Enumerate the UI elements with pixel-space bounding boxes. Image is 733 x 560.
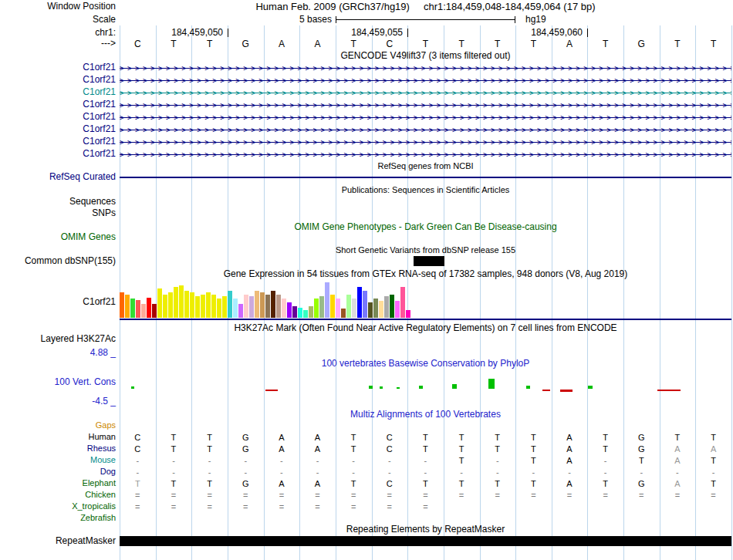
repeatmasker-element-bar[interactable] [120,536,731,546]
gtex-expression-bar[interactable] [174,287,178,318]
gencode-gene-label[interactable]: C1orf21 [0,62,116,73]
multiz-base: = [552,490,588,501]
gtex-expression-bar[interactable] [238,304,243,318]
gtex-expression-bar[interactable] [130,299,135,318]
gtex-expression-bar[interactable] [179,285,184,318]
gtex-expression-bar[interactable] [260,292,265,318]
multiz-label-rhesus[interactable]: Rhesus [0,444,116,454]
gtex-expression-bar[interactable] [292,306,297,318]
snps-track-label[interactable]: SNPs [0,208,116,218]
multiz-base: T [191,432,228,443]
gtex-expression-bar[interactable] [201,295,205,318]
gencode-gene-line[interactable]: >>>>>>>>>>>>>>>>>>>>>>>>>>>>>>>>>>>>>>>>… [120,111,731,123]
gtex-expression-bar[interactable] [211,295,216,318]
dbsnp-variant-box[interactable] [414,256,444,266]
gtex-expression-bar[interactable] [373,299,378,318]
gencode-gene-line[interactable]: >>>>>>>>>>>>>>>>>>>>>>>>>>>>>>>>>>>>>>>>… [120,62,731,74]
gencode-gene-label[interactable]: C1orf21 [0,75,116,85]
refseq-gene-line[interactable] [120,177,731,178]
gtex-expression-bar[interactable] [379,301,383,318]
gtex-expression-bar[interactable] [276,295,281,318]
gtex-expression-bar[interactable] [363,291,367,318]
gtex-expression-bar[interactable] [330,295,335,318]
gencode-gene-label[interactable]: C1orf21 [0,124,116,134]
multiz-base [552,501,588,512]
multiz-base [407,513,444,524]
gtex-expression-bar[interactable] [125,295,130,318]
gtex-expression-bar[interactable] [384,296,389,318]
refseq-curated-label[interactable]: RefSeq Curated [0,172,116,182]
omim-genes-label[interactable]: OMIM Genes [0,232,116,242]
gtex-expression-bar[interactable] [228,291,232,318]
gtex-expression-bar[interactable] [265,295,270,318]
sequences-track-label[interactable]: Sequences [0,197,116,207]
gtex-expression-bar[interactable] [184,291,189,318]
gtex-expression-bar[interactable] [244,295,248,318]
gencode-gene-label[interactable]: C1orf21 [0,112,116,122]
gtex-expression-bar[interactable] [141,304,146,318]
multiz-label-dog[interactable]: Dog [0,467,116,477]
gtex-expression-bar[interactable] [352,299,356,318]
gtex-expression-bar[interactable] [206,292,211,318]
gtex-expression-bar[interactable] [147,298,151,318]
phylop-tick [369,386,373,389]
gtex-expression-bar[interactable] [152,304,157,318]
gtex-expression-bar[interactable] [190,292,194,318]
gtex-expression-bar[interactable] [346,295,351,318]
scale-assembly-tag: hg19 [525,15,546,25]
gtex-expression-bar[interactable] [120,292,124,318]
common-dbsnp-label[interactable]: Common dbSNP(155) [0,256,116,266]
multiz-label-human[interactable]: Human [0,432,116,442]
gtex-expression-bar[interactable] [341,309,346,318]
multiz-label-mouse[interactable]: Mouse [0,455,116,465]
gencode-gene-line[interactable]: >>>>>>>>>>>>>>>>>>>>>>>>>>>>>>>>>>>>>>>>… [120,86,731,99]
gtex-expression-bar[interactable] [390,295,394,318]
gtex-expression-bar[interactable] [400,287,405,318]
gencode-gene-label[interactable]: C1orf21 [0,149,116,159]
gtex-expression-bar[interactable] [136,300,140,318]
gencode-gene-label[interactable]: C1orf21 [0,87,116,97]
gtex-expression-bar[interactable] [303,310,308,318]
gtex-expression-bar[interactable] [157,288,162,318]
gtex-expression-bar[interactable] [357,287,362,318]
repeatmasker-label[interactable]: RepeatMasker [0,536,116,546]
gtex-expression-bar[interactable] [336,299,340,318]
gtex-expression-bar[interactable] [255,291,259,318]
gtex-expression-bar[interactable] [325,282,329,318]
multiz-base: = [228,501,264,512]
gencode-gene-line[interactable]: >>>>>>>>>>>>>>>>>>>>>>>>>>>>>>>>>>>>>>>>… [120,136,731,148]
gtex-expression-bar[interactable] [282,299,286,318]
gtex-expression-bar[interactable] [406,310,410,318]
gencode-gene-label[interactable]: C1orf21 [0,100,116,110]
multiz-label-gaps[interactable]: Gaps [0,420,116,430]
gtex-expression-bar[interactable] [222,296,227,318]
gtex-expression-bar[interactable] [168,292,173,318]
gtex-expression-bar[interactable] [249,296,254,318]
multiz-label-zebrafish[interactable]: Zebrafish [0,513,116,523]
gencode-gene-line[interactable]: >>>>>>>>>>>>>>>>>>>>>>>>>>>>>>>>>>>>>>>>… [120,74,731,86]
gtex-expression-bar[interactable] [298,308,302,318]
multiz-label-chicken[interactable]: Chicken [0,490,116,500]
gtex-expression-bar[interactable] [271,291,275,318]
gtex-expression-bar[interactable] [314,299,319,318]
strand-arrows-icon: >>>>>>>>>>>>>>>>>>>>>>>>>>>>>>>>>>>>>>>>… [120,126,731,134]
phylop-track-label[interactable]: 100 Vert. Cons [0,377,116,387]
gtex-expression-bar[interactable] [368,302,373,318]
gencode-gene-label[interactable]: C1orf21 [0,137,116,147]
layered-h3k27ac-label[interactable]: Layered H3K27Ac [0,334,116,344]
base-letter: T [407,39,444,49]
gencode-gene-line[interactable]: >>>>>>>>>>>>>>>>>>>>>>>>>>>>>>>>>>>>>>>>… [120,99,731,111]
gtex-expression-bar[interactable] [233,299,238,318]
gtex-expression-bar[interactable] [217,299,221,318]
multiz-label-x_tropicalis[interactable]: X_tropicalis [0,501,116,511]
gencode-gene-line[interactable]: >>>>>>>>>>>>>>>>>>>>>>>>>>>>>>>>>>>>>>>>… [120,148,731,160]
gtex-expression-bar[interactable] [395,301,400,318]
gtex-expression-bar[interactable] [309,306,313,318]
gtex-expression-bar[interactable] [287,302,292,318]
multiz-label-elephant[interactable]: Elephant [0,478,116,488]
gtex-expression-bar[interactable] [163,295,167,318]
gtex-expression-bar[interactable] [195,296,200,318]
gtex-gene-label[interactable]: C1orf21 [0,297,116,307]
gencode-gene-line[interactable]: >>>>>>>>>>>>>>>>>>>>>>>>>>>>>>>>>>>>>>>>… [120,123,731,136]
gtex-expression-bar[interactable] [319,296,324,318]
